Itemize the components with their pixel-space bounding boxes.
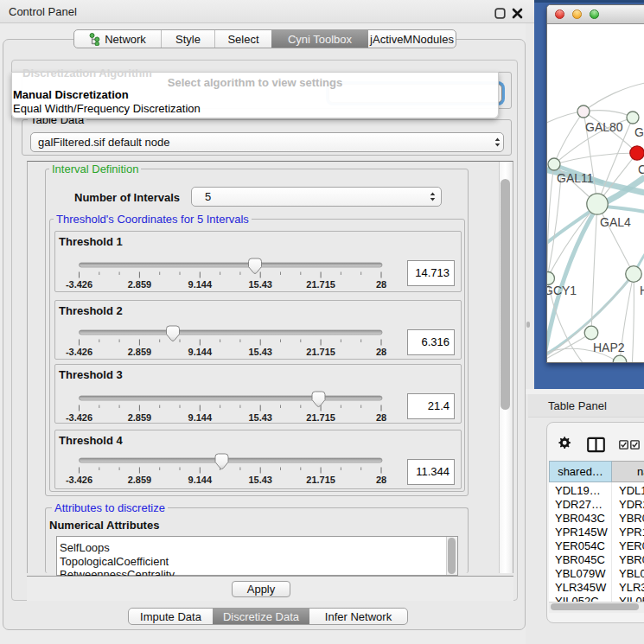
svg-text:H: H bbox=[640, 284, 644, 297]
svg-text:GAL80: GAL80 bbox=[585, 120, 623, 134]
svg-text:C: C bbox=[638, 163, 644, 176]
svg-text:GCY1: GCY1 bbox=[547, 284, 577, 297]
svg-text:GA: GA bbox=[634, 125, 644, 139]
svg-text:GAL11: GAL11 bbox=[557, 171, 594, 185]
svg-text:HAP2: HAP2 bbox=[593, 341, 625, 354]
svg-text:GAL4: GAL4 bbox=[600, 215, 631, 229]
